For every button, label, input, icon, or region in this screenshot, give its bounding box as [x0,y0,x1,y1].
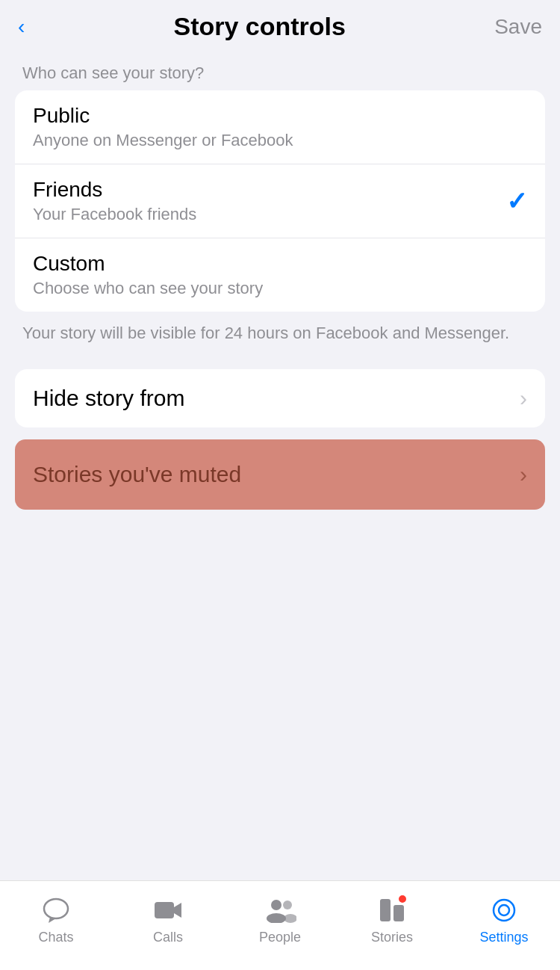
svg-point-10 [499,905,509,915]
tab-settings-label: Settings [479,930,528,945]
tab-stories-label: Stories [371,930,413,945]
visibility-section-label: Who can see your story? [0,50,560,90]
header: ‹ Story controls Save [0,0,560,50]
tab-chats[interactable]: Chats [0,894,112,945]
back-button[interactable]: ‹ [18,16,25,37]
tab-settings[interactable]: Settings [448,894,560,945]
tab-people[interactable]: People [224,894,336,945]
tab-bar: Chats Calls People [0,880,560,970]
friends-option-title: Friends [33,178,527,202]
public-option-title: Public [33,104,527,128]
visibility-option-public[interactable]: Public Anyone on Messenger or Facebook [15,90,545,164]
tab-chats-label: Chats [38,930,73,945]
settings-icon [485,894,523,927]
save-button[interactable]: Save [494,15,542,39]
stories-muted-label: Stories you've muted [33,462,241,487]
tab-calls-label: Calls [153,930,183,945]
hide-story-from-chevron-icon: › [520,386,527,411]
svg-point-5 [267,913,286,923]
stories-icon [373,894,411,927]
visibility-option-friends[interactable]: Friends Your Facebook friends ✓ [15,164,545,238]
friends-selected-checkmark: ✓ [506,186,527,216]
svg-point-6 [283,901,292,909]
svg-rect-2 [155,902,174,918]
svg-marker-3 [174,903,181,918]
tab-stories[interactable]: Stories [336,894,448,945]
svg-point-4 [271,900,281,910]
svg-point-0 [44,899,68,918]
tab-people-label: People [259,930,301,945]
svg-point-7 [284,914,296,923]
calls-icon [149,894,187,927]
page-title: Story controls [25,12,494,41]
stories-badge-dot [397,894,408,904]
public-option-subtitle: Anyone on Messenger or Facebook [33,131,527,150]
svg-rect-8 [380,899,391,921]
tab-calls[interactable]: Calls [112,894,224,945]
friends-option-subtitle: Your Facebook friends [33,205,527,224]
stories-muted-chevron-icon: › [520,462,527,487]
visibility-options-card: Public Anyone on Messenger or Facebook F… [15,90,545,312]
visibility-option-custom[interactable]: Custom Choose who can see your story [15,238,545,312]
svg-point-11 [494,900,514,921]
svg-rect-9 [393,905,404,921]
people-icon [261,894,299,927]
hide-story-from-label: Hide story from [33,386,184,411]
stories-muted-row[interactable]: Stories you've muted › [15,439,545,510]
custom-option-subtitle: Choose who can see your story [33,279,527,298]
chats-icon [37,894,75,927]
custom-option-title: Custom [33,252,527,276]
hide-story-from-row[interactable]: Hide story from › [15,369,545,427]
visibility-info-text: Your story will be visible for 24 hours … [0,312,560,363]
